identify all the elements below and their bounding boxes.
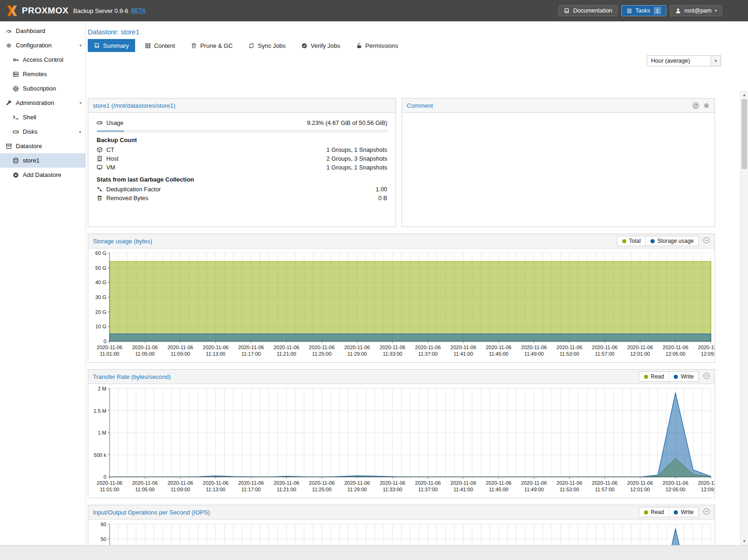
sidebar-item-access-control[interactable]: Access Control [0, 52, 85, 67]
svg-text:2020-11-06: 2020-11-06 [309, 480, 334, 486]
legend-read[interactable]: Read [639, 372, 669, 381]
tasks-button[interactable]: Tasks 1 [621, 5, 666, 16]
beta-link[interactable]: BETA [131, 7, 146, 14]
svg-text:11:57:00: 11:57:00 [595, 351, 614, 357]
sidebar-item-label: Shell [23, 114, 36, 121]
host-count-row: Host 2 Groups, 3 Snapshots [97, 154, 387, 163]
refresh-icon[interactable] [692, 102, 699, 109]
svg-text:12:09:00: 12:09:00 [701, 487, 715, 492]
chart-legend: Read Write [639, 507, 699, 517]
svg-text:2020-11-06: 2020-11-06 [521, 480, 546, 486]
tab-content[interactable]: Content [139, 39, 182, 52]
gear-icon[interactable] [703, 102, 710, 109]
svg-text:12:01:00: 12:01:00 [630, 487, 650, 492]
svg-text:2020-11-06: 2020-11-06 [97, 480, 122, 486]
grid-icon [145, 43, 151, 49]
gauge-icon [6, 28, 12, 34]
time-range-select[interactable]: Hour (average) ▾ [647, 55, 721, 66]
chevron-right-icon[interactable]: ▸ [79, 129, 82, 134]
removed-bytes-value: 0 B [378, 195, 387, 202]
svg-text:2020-11-06: 2020-11-06 [344, 480, 370, 486]
desktop-icon [97, 164, 103, 170]
legend-storage-usage[interactable]: Storage usage [645, 236, 698, 246]
collapse-icon[interactable] [703, 237, 710, 244]
sidebar-item-subscription[interactable]: Subscription [0, 81, 85, 96]
svg-text:2020-11-06: 2020-11-06 [698, 345, 715, 350]
sidebar: Dashboard Configuration ▾ Access Control… [0, 21, 86, 560]
legend-dot [622, 239, 626, 243]
svg-text:11:41:00: 11:41:00 [454, 351, 473, 357]
svg-text:0: 0 [104, 474, 106, 480]
page-title: Datastore: store1 [88, 28, 139, 36]
svg-text:11:13:00: 11:13:00 [206, 351, 225, 357]
svg-text:2020-11-06: 2020-11-06 [238, 480, 264, 486]
storage-usage-title: Storage usage (bytes) [93, 238, 152, 245]
scroll-down-arrow[interactable]: ▼ [741, 537, 748, 545]
svg-text:500 k: 500 k [94, 452, 106, 458]
collapse-icon[interactable] [703, 508, 710, 515]
tab-verify-jobs[interactable]: Verify Jobs [295, 39, 346, 52]
legend-write[interactable]: Write [669, 372, 698, 381]
svg-text:11:33:00: 11:33:00 [383, 351, 402, 357]
svg-text:11:57:00: 11:57:00 [595, 487, 614, 492]
svg-text:11:09:00: 11:09:00 [170, 351, 190, 357]
sidebar-item-configuration[interactable]: Configuration ▾ [0, 38, 85, 52]
svg-text:60: 60 [101, 521, 106, 527]
vertical-scrollbar[interactable]: ▲ ▼ [740, 91, 748, 545]
svg-text:11:37:00: 11:37:00 [418, 351, 438, 357]
vm-value: 1 Groups, 1 Snapshots [326, 164, 387, 171]
svg-text:2020-11-06: 2020-11-06 [344, 345, 370, 350]
sidebar-item-disks[interactable]: Disks ▸ [0, 124, 85, 139]
hdd-icon [97, 120, 103, 126]
documentation-button[interactable]: Documentation [559, 5, 617, 16]
svg-text:11:25:00: 11:25:00 [312, 487, 332, 492]
plus-circle-icon [13, 172, 19, 178]
collapse-icon[interactable] [703, 372, 710, 379]
sidebar-item-label: Add Datastore [23, 171, 61, 178]
tab-label: Prune & GC [200, 42, 233, 49]
svg-text:11:21:00: 11:21:00 [277, 487, 296, 492]
chevron-down-icon[interactable]: ▾ [79, 43, 82, 48]
svg-text:12:09:00: 12:09:00 [701, 351, 715, 357]
legend-read[interactable]: Read [639, 508, 669, 517]
main-content: Datastore: store1 Summary Content Prune … [86, 21, 748, 560]
svg-text:11:53:00: 11:53:00 [559, 351, 579, 357]
sidebar-item-shell[interactable]: Shell [0, 110, 85, 124]
legend-write[interactable]: Write [669, 508, 698, 517]
svg-text:2020-11-06: 2020-11-06 [168, 480, 193, 486]
sidebar-item-remotes[interactable]: Remotes [0, 67, 85, 81]
removed-bytes-label: Removed Bytes [106, 195, 148, 202]
usage-value: 9.23% (4.67 GiB of 50.56 GiB) [307, 119, 387, 126]
svg-text:2020-11-06: 2020-11-06 [415, 480, 441, 486]
tab-label: Content [154, 42, 176, 49]
svg-text:2020-11-06: 2020-11-06 [273, 480, 299, 486]
backup-count-title: Backup Count [97, 137, 387, 143]
dedup-row: Deduplication Factor 1.00 [97, 185, 387, 194]
tab-summary[interactable]: Summary [88, 39, 135, 52]
legend-dot [674, 510, 678, 514]
chevron-down-icon[interactable]: ▾ [710, 56, 721, 66]
vm-count-row: VM 1 Groups, 1 Snapshots [97, 163, 387, 172]
svg-text:11:29:00: 11:29:00 [347, 351, 367, 357]
chart-legend: Total Storage usage [617, 236, 699, 246]
wrench-icon [6, 100, 12, 106]
chevron-down-icon[interactable]: ▾ [79, 100, 82, 105]
svg-text:11:41:00: 11:41:00 [454, 487, 473, 492]
svg-text:11:53:00: 11:53:00 [559, 487, 579, 492]
legend-total[interactable]: Total [618, 236, 645, 246]
tab-permissions[interactable]: Permissions [350, 39, 404, 52]
tab-sync-jobs[interactable]: Sync Jobs [242, 39, 292, 52]
scrollbar-thumb[interactable] [741, 99, 747, 169]
sidebar-item-datastore[interactable]: Datastore [0, 139, 85, 153]
sidebar-item-add-datastore[interactable]: Add Datastore [0, 168, 85, 182]
scroll-up-arrow[interactable]: ▲ [741, 91, 748, 99]
user-menu-button[interactable]: root@pam ▾ [670, 5, 722, 16]
svg-text:2020-11-06: 2020-11-06 [521, 345, 546, 350]
sidebar-item-store1[interactable]: store1 [0, 153, 85, 168]
svg-text:2020-11-06: 2020-11-06 [592, 345, 618, 350]
tab-prune-gc[interactable]: Prune & GC [185, 39, 239, 52]
datastore-panel-title: store1 (/mnt/datastores/store1) [93, 102, 176, 109]
storage-usage-panel: Storage usage (bytes) Total Storage usag… [88, 234, 715, 363]
sidebar-item-dashboard[interactable]: Dashboard [0, 24, 85, 38]
sidebar-item-administration[interactable]: Administration ▾ [0, 96, 85, 110]
